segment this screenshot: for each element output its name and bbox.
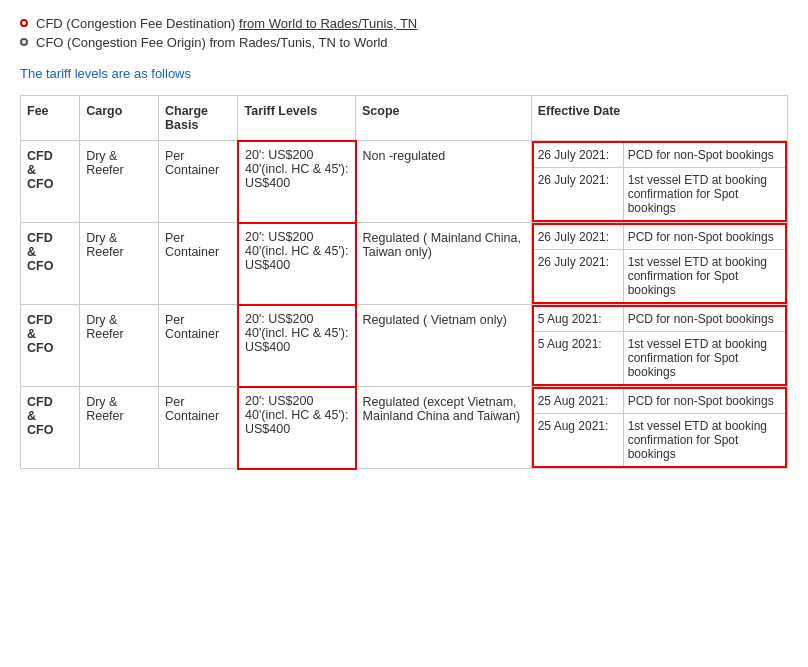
effective-date-1: 25 Aug 2021: — [534, 389, 624, 413]
cell-cargo: Dry & Reefer — [80, 305, 159, 387]
header-fee: Fee — [21, 96, 80, 141]
tariff-note: The tariff levels are as follows — [20, 66, 788, 81]
cfd-text-before: CFD (Congestion Fee Destination) — [36, 16, 239, 31]
bullet-icon-cfd — [20, 19, 28, 27]
cell-cargo: Dry & Reefer — [80, 141, 159, 223]
effective-desc-2: 1st vessel ETD at booking confirmation f… — [624, 250, 785, 302]
bullet-item-cfo: CFO (Congestion Fee Origin) from Rades/T… — [20, 35, 788, 50]
table-row: CFD&CFODry & ReeferPer Container20': US$… — [21, 387, 788, 469]
cell-cargo: Dry & Reefer — [80, 223, 159, 305]
cell-tariff-levels: 20': US$20040'(incl. HC & 45'): US$400 — [238, 141, 356, 223]
effective-date-2: 26 July 2021: — [534, 168, 624, 220]
cell-fee: CFD&CFO — [21, 305, 80, 387]
header-tariff-levels: Tariff Levels — [238, 96, 356, 141]
effective-desc-1: PCD for non-Spot bookings — [624, 389, 778, 413]
cell-scope: Non -regulated — [356, 141, 532, 223]
effective-desc-1: PCD for non-Spot bookings — [624, 143, 778, 167]
effective-date-2: 25 Aug 2021: — [534, 414, 624, 466]
cell-effective-date: 5 Aug 2021:PCD for non-Spot bookings5 Au… — [531, 305, 787, 387]
effective-date-2: 5 Aug 2021: — [534, 332, 624, 384]
effective-desc-1: PCD for non-Spot bookings — [624, 307, 778, 331]
header-effective-date: Effective Date — [531, 96, 787, 141]
cell-fee: CFD&CFO — [21, 223, 80, 305]
cell-scope: Regulated (except Vietnam, Mainland Chin… — [356, 387, 532, 469]
cell-effective-date: 25 Aug 2021:PCD for non-Spot bookings25 … — [531, 387, 787, 469]
effective-desc-2: 1st vessel ETD at booking confirmation f… — [624, 332, 785, 384]
effective-desc-1: PCD for non-Spot bookings — [624, 225, 778, 249]
bullet-list: CFD (Congestion Fee Destination) from Wo… — [20, 16, 788, 50]
cell-charge-basis: Per Container — [158, 387, 238, 469]
table-row: CFD&CFODry & ReeferPer Container20': US$… — [21, 223, 788, 305]
cell-tariff-levels: 20': US$20040'(incl. HC & 45'): US$400 — [238, 305, 356, 387]
effective-desc-2: 1st vessel ETD at booking confirmation f… — [624, 414, 785, 466]
cell-cargo: Dry & Reefer — [80, 387, 159, 469]
cell-effective-date: 26 July 2021:PCD for non-Spot bookings26… — [531, 223, 787, 305]
effective-date-2: 26 July 2021: — [534, 250, 624, 302]
effective-date-1: 5 Aug 2021: — [534, 307, 624, 331]
cell-fee: CFD&CFO — [21, 387, 80, 469]
cell-tariff-levels: 20': US$20040'(incl. HC & 45'): US$400 — [238, 387, 356, 469]
effective-date-1: 26 July 2021: — [534, 225, 624, 249]
cell-tariff-levels: 20': US$20040'(incl. HC & 45'): US$400 — [238, 223, 356, 305]
cell-fee: CFD&CFO — [21, 141, 80, 223]
bullet-icon-cfo — [20, 38, 28, 46]
cell-effective-date: 26 July 2021:PCD for non-Spot bookings26… — [531, 141, 787, 223]
cfo-text: CFO (Congestion Fee Origin) from Rades/T… — [36, 35, 388, 50]
cell-scope: Regulated ( Vietnam only) — [356, 305, 532, 387]
table-row: CFD&CFODry & ReeferPer Container20': US$… — [21, 305, 788, 387]
effective-desc-2: 1st vessel ETD at booking confirmation f… — [624, 168, 785, 220]
cell-charge-basis: Per Container — [158, 223, 238, 305]
table-header-row: Fee Cargo Charge Basis Tariff Levels Sco… — [21, 96, 788, 141]
header-scope: Scope — [356, 96, 532, 141]
cfd-link[interactable]: from World to Rades/Tunis, TN — [239, 16, 417, 31]
table-row: CFD&CFODry & ReeferPer Container20': US$… — [21, 141, 788, 223]
header-cargo: Cargo — [80, 96, 159, 141]
tariff-table: Fee Cargo Charge Basis Tariff Levels Sco… — [20, 95, 788, 470]
cell-charge-basis: Per Container — [158, 141, 238, 223]
bullet-item-cfd: CFD (Congestion Fee Destination) from Wo… — [20, 16, 788, 31]
cell-scope: Regulated ( Mainland China, Taiwan only) — [356, 223, 532, 305]
cell-charge-basis: Per Container — [158, 305, 238, 387]
effective-date-1: 26 July 2021: — [534, 143, 624, 167]
header-charge-basis: Charge Basis — [158, 96, 238, 141]
